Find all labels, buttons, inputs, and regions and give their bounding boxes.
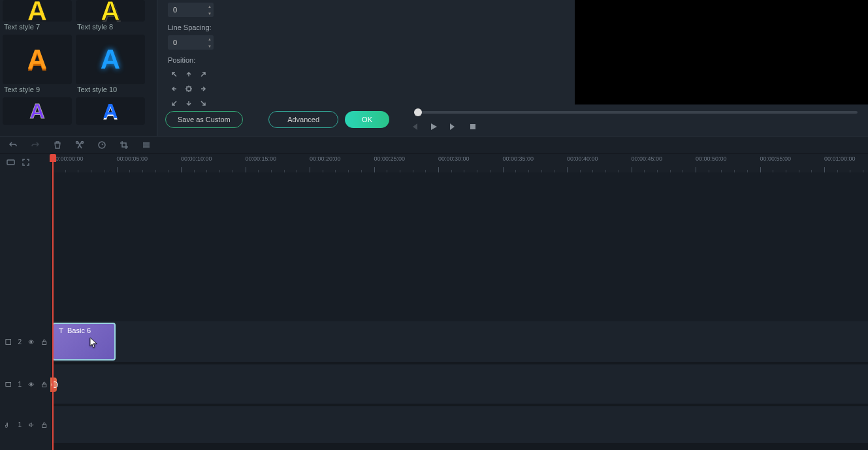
text-style-12-thumb[interactable]: A bbox=[76, 97, 145, 125]
ruler-tick: 00:00:35:00 bbox=[503, 155, 534, 162]
delete-button[interactable] bbox=[52, 140, 63, 150]
timeline: 00:00:00:0000:00:05:0000:00:10:0000:00:1… bbox=[0, 154, 868, 450]
lock-toggle-icon[interactable] bbox=[41, 381, 47, 388]
text-properties-panel: 0 ▲ ▼ Line Spacing: 0 ▲ ▼ Position: bbox=[157, 0, 397, 136]
audio-track-number: 1 bbox=[18, 421, 22, 428]
position-bottom-left[interactable] bbox=[168, 97, 181, 110]
text-track[interactable]: 2 Basic 6 bbox=[52, 321, 868, 362]
position-left[interactable] bbox=[168, 82, 181, 95]
audio-track[interactable]: 1 bbox=[52, 406, 868, 443]
text-style-7-thumb[interactable]: A bbox=[3, 0, 72, 22]
zoom-fit-icon[interactable] bbox=[22, 157, 30, 169]
redo-button[interactable] bbox=[30, 140, 40, 150]
svg-rect-11 bbox=[42, 384, 46, 387]
position-top-right[interactable] bbox=[197, 68, 210, 81]
crop-button[interactable] bbox=[119, 140, 129, 150]
playhead[interactable] bbox=[52, 154, 54, 450]
position-label: Position: bbox=[168, 56, 387, 64]
preview-scrubber[interactable] bbox=[414, 111, 858, 114]
cursor-icon bbox=[89, 337, 99, 349]
line-spacing-input[interactable]: 0 bbox=[168, 35, 206, 50]
preview-viewport bbox=[397, 0, 868, 104]
mute-toggle-icon[interactable] bbox=[28, 421, 34, 428]
lock-toggle-icon[interactable] bbox=[41, 421, 47, 428]
svg-rect-0 bbox=[187, 87, 191, 91]
ruler-tick: 00:00:50:00 bbox=[696, 155, 727, 162]
split-button[interactable] bbox=[74, 140, 85, 150]
advanced-button[interactable]: Advanced bbox=[268, 111, 338, 128]
save-as-custom-button[interactable]: Save as Custom bbox=[165, 111, 243, 128]
preview-panel bbox=[397, 0, 868, 136]
svg-rect-1 bbox=[470, 124, 475, 129]
text-clip[interactable]: Basic 6 bbox=[52, 323, 116, 361]
position-bottom-right[interactable] bbox=[197, 97, 210, 110]
snap-toggle-icon[interactable] bbox=[7, 157, 15, 169]
position-top[interactable] bbox=[182, 68, 195, 81]
stop-button[interactable] bbox=[468, 121, 478, 132]
ruler-tick: 00:00:40:00 bbox=[567, 155, 598, 162]
text-style-9-thumb[interactable]: A bbox=[3, 35, 72, 84]
playhead-cap-icon[interactable] bbox=[50, 154, 56, 162]
svg-point-3 bbox=[82, 142, 84, 144]
clip-name: Basic 6 bbox=[67, 327, 91, 334]
position-right[interactable] bbox=[197, 82, 210, 95]
letter-a-icon: A bbox=[29, 101, 44, 121]
svg-rect-6 bbox=[6, 339, 11, 344]
svg-point-2 bbox=[76, 142, 78, 144]
undo-button[interactable] bbox=[8, 140, 18, 150]
ruler-tick: 00:00:30:00 bbox=[438, 155, 470, 162]
menu-button[interactable] bbox=[141, 140, 152, 150]
scrubber-thumb-icon[interactable] bbox=[414, 108, 422, 116]
position-grid bbox=[168, 68, 387, 110]
ruler-tick: 00:00:00:00 bbox=[52, 155, 84, 162]
text-style-8-thumb[interactable]: A bbox=[76, 0, 145, 22]
letter-a-icon: A bbox=[103, 101, 118, 121]
spinner-up-icon[interactable]: ▲ bbox=[206, 3, 214, 10]
text-clip-icon bbox=[57, 327, 65, 334]
spinner-up-icon[interactable]: ▲ bbox=[206, 35, 214, 42]
visibility-toggle-icon[interactable] bbox=[28, 338, 34, 346]
svg-rect-12 bbox=[42, 425, 46, 427]
svg-rect-5 bbox=[7, 160, 14, 165]
line-spacing-label: Line Spacing: bbox=[168, 24, 387, 31]
spinner-down-icon[interactable]: ▼ bbox=[206, 42, 214, 50]
ruler-tick: 00:00:20:00 bbox=[310, 155, 341, 162]
ruler-tick: 00:00:15:00 bbox=[246, 155, 277, 162]
video-track-number: 1 bbox=[18, 381, 22, 388]
audio-track-icon bbox=[5, 421, 11, 428]
play-button[interactable] bbox=[428, 121, 439, 132]
letter-a-icon: A bbox=[27, 0, 47, 22]
letter-a-icon: A bbox=[101, 46, 120, 73]
prev-frame-button[interactable] bbox=[409, 121, 419, 132]
video-track-icon bbox=[5, 381, 11, 388]
text-style-9-label: Text style 9 bbox=[3, 84, 72, 96]
visibility-toggle-icon[interactable] bbox=[28, 381, 34, 388]
svg-point-7 bbox=[30, 341, 32, 343]
text-track-icon bbox=[5, 338, 11, 346]
ruler-tick: 00:00:55:00 bbox=[760, 155, 792, 162]
ruler-tick: 00:00:10:00 bbox=[181, 155, 212, 162]
svg-rect-8 bbox=[42, 342, 46, 344]
ruler-tick: 00:00:45:00 bbox=[632, 155, 663, 162]
video-track[interactable]: 1 bbox=[52, 364, 868, 404]
timeline-ruler[interactable]: 00:00:00:0000:00:05:0000:00:10:0000:00:1… bbox=[52, 154, 868, 172]
video-clip-fragment[interactable] bbox=[50, 378, 57, 392]
ruler-tick: 00:00:05:00 bbox=[117, 155, 148, 162]
spinner-down-icon[interactable]: ▼ bbox=[206, 10, 214, 17]
ruler-tick: 00:01:00:00 bbox=[824, 155, 856, 162]
svg-rect-9 bbox=[6, 382, 11, 386]
svg-point-10 bbox=[30, 383, 32, 385]
timeline-toolbar bbox=[0, 136, 868, 154]
next-frame-button[interactable] bbox=[448, 121, 458, 132]
text-track-number: 2 bbox=[18, 338, 22, 346]
text-style-11-thumb[interactable]: A bbox=[3, 97, 72, 125]
position-bottom[interactable] bbox=[182, 97, 195, 110]
lock-toggle-icon[interactable] bbox=[41, 338, 47, 346]
speed-button[interactable] bbox=[97, 140, 107, 150]
text-style-10-thumb[interactable]: A bbox=[76, 35, 145, 84]
letter-a-icon: A bbox=[27, 46, 47, 73]
ok-button[interactable]: OK bbox=[345, 111, 389, 128]
position-center[interactable] bbox=[182, 82, 195, 95]
char-spacing-input[interactable]: 0 bbox=[168, 3, 206, 17]
position-top-left[interactable] bbox=[168, 68, 181, 81]
